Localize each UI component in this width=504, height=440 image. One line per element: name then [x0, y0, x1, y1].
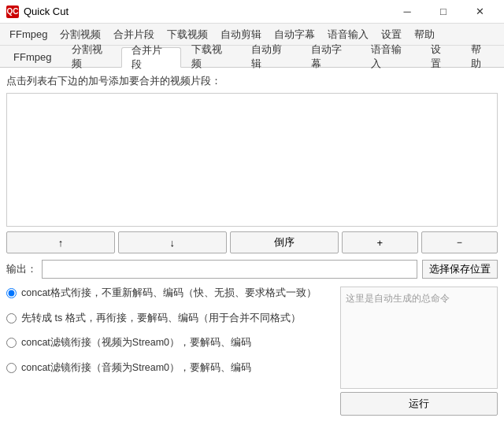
add-button[interactable]: + — [342, 231, 418, 253]
remove-button[interactable]: － — [421, 231, 498, 253]
tab-7[interactable]: 设置 — [421, 46, 461, 67]
radio-option-2: concat滤镜衔接（视频为Stream0），要解码、编码 — [6, 336, 334, 350]
tab-6[interactable]: 语音输入 — [361, 46, 421, 67]
maximize-button[interactable]: □ — [425, 0, 461, 24]
radio-option-1: 先转成 ts 格式，再衔接，要解码、编码（用于合并不同格式） — [6, 312, 334, 326]
close-button[interactable]: ✕ — [461, 0, 498, 24]
app-title: Quick Cut — [24, 6, 389, 17]
radio-input-2[interactable] — [6, 338, 17, 348]
radio-option-0: concat格式衔接，不重新解码、编码（快、无损、要求格式一致） — [6, 287, 334, 301]
menu-item-5[interactable]: 自动字幕 — [268, 24, 321, 45]
radio-label-3: concat滤镜衔接（音频为Stream0），要解码、编码 — [21, 361, 251, 375]
tab-4[interactable]: 自动剪辑 — [241, 46, 301, 67]
video-list-area[interactable] — [6, 93, 498, 227]
button-row: ↑ ↓ 倒序 + － — [6, 231, 498, 253]
menu-item-7[interactable]: 设置 — [375, 24, 408, 45]
output-row: 输出： 选择保存位置 — [6, 260, 498, 279]
move-up-button[interactable]: ↑ — [6, 231, 115, 253]
radio-input-0[interactable] — [6, 288, 17, 298]
output-input[interactable] — [42, 260, 417, 279]
tab-1[interactable]: 分割视频 — [61, 46, 121, 67]
hint-text: 点击列表右下边的加号添加要合并的视频片段： — [6, 74, 498, 88]
command-box: 这里是自动生成的总命令 — [340, 287, 498, 389]
radio-label-0: concat格式衔接，不重新解码、编码（快、无损、要求格式一致） — [21, 287, 317, 301]
window-controls: ─ □ ✕ — [389, 0, 498, 24]
command-area: 这里是自动生成的总命令 运行 — [340, 287, 498, 416]
tab-2[interactable]: 合并片段 — [121, 47, 181, 68]
tab-3[interactable]: 下载视频 — [181, 46, 241, 67]
app-icon: QC — [6, 6, 19, 18]
tab-bar: FFmpeg分割视频合并片段下载视频自动剪辑自动字幕语音输入设置帮助 — [0, 46, 504, 68]
tab-8[interactable]: 帮助 — [461, 46, 501, 67]
menu-item-0[interactable]: FFmpeg — [3, 25, 54, 43]
menu-item-8[interactable]: 帮助 — [408, 24, 441, 45]
radio-option-3: concat滤镜衔接（音频为Stream0），要解码、编码 — [6, 361, 334, 375]
radio-input-3[interactable] — [6, 363, 17, 373]
options-area: concat格式衔接，不重新解码、编码（快、无损、要求格式一致）先转成 ts 格… — [6, 287, 334, 416]
menu-item-3[interactable]: 下载视频 — [161, 24, 214, 45]
radio-label-2: concat滤镜衔接（视频为Stream0），要解码、编码 — [21, 336, 251, 350]
menu-item-1[interactable]: 分割视频 — [54, 24, 107, 45]
output-label: 输出： — [6, 262, 37, 276]
minimize-button[interactable]: ─ — [389, 0, 425, 24]
command-placeholder: 这里是自动生成的总命令 — [346, 293, 450, 304]
run-button[interactable]: 运行 — [340, 392, 498, 416]
move-down-button[interactable]: ↓ — [118, 231, 227, 253]
radio-input-1[interactable] — [6, 313, 17, 324]
menu-item-2[interactable]: 合并片段 — [107, 24, 161, 45]
bottom-section: concat格式衔接，不重新解码、编码（快、无损、要求格式一致）先转成 ts 格… — [6, 287, 498, 416]
menu-item-6[interactable]: 语音输入 — [321, 24, 375, 45]
title-bar: QC Quick Cut ─ □ ✕ — [0, 0, 504, 24]
reverse-button[interactable]: 倒序 — [230, 231, 339, 253]
menu-item-4[interactable]: 自动剪辑 — [214, 24, 268, 45]
radio-label-1: 先转成 ts 格式，再衔接，要解码、编码（用于合并不同格式） — [21, 312, 301, 326]
main-content: 点击列表右下边的加号添加要合并的视频片段： ↑ ↓ 倒序 + － 输出： 选择保… — [0, 68, 504, 440]
browse-button[interactable]: 选择保存位置 — [422, 260, 498, 279]
tab-0[interactable]: FFmpeg — [3, 46, 61, 67]
tab-5[interactable]: 自动字幕 — [301, 46, 361, 67]
